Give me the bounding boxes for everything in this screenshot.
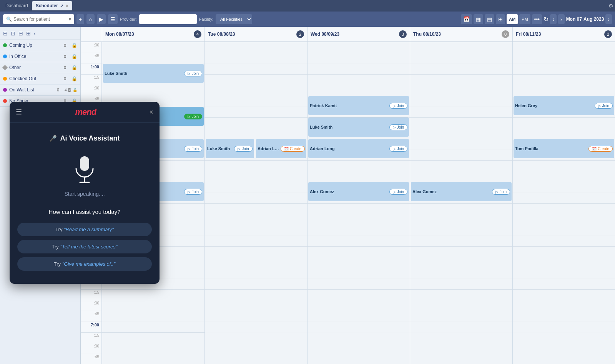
other-dot <box>2 65 8 70</box>
refresh-button[interactable]: ↻ <box>544 16 549 23</box>
ai-menu-button[interactable]: ☰ <box>16 108 22 116</box>
timeslot-27: :15 <box>81 333 101 343</box>
month-view-button[interactable]: ▤ <box>485 14 494 24</box>
search-input[interactable] <box>13 17 67 22</box>
create-button-tom-fri[interactable]: 📅 Create <box>588 146 613 152</box>
search-box[interactable]: 🔍 ▾ <box>3 14 74 24</box>
appt-luke-smith-mon[interactable]: Luke Smith ▷ Join <box>103 64 204 83</box>
ai-suggestion-summary[interactable]: Try "Read me a summary" <box>17 223 152 236</box>
appt-adrian-long-tue[interactable]: Adrian Long 📅 Create <box>256 139 306 158</box>
nav-forward-button[interactable]: › <box>605 14 612 24</box>
days-grid: Luke Smith ▷ Join Helen Grey ▷ Join <box>102 42 615 364</box>
join-button-luke-wed[interactable]: ▷ Join <box>389 124 407 130</box>
ai-hamburger-icon: ☰ <box>16 108 22 116</box>
ai-title-text: Ai Voice Assistant <box>60 134 120 142</box>
ai-title: 🎤 Ai Voice Assistant <box>49 134 120 142</box>
appt-luke-smith-wed[interactable]: Luke Smith ▷ Join <box>308 117 409 137</box>
video-button[interactable]: ▶ <box>97 14 106 24</box>
join-button-anon-mon-2[interactable]: ▷ Join <box>184 189 202 195</box>
timeslot-28: :30 <box>81 343 101 354</box>
timeslot-2: 1:00 <box>81 64 101 74</box>
filter-dropdown-icon[interactable]: ▾ <box>69 17 71 22</box>
join-icon: ▷ <box>393 125 396 129</box>
join-button-luke-tue[interactable]: ▷ Join <box>234 146 252 152</box>
join-button-helen-mon[interactable]: ▷ Join <box>184 114 202 119</box>
ai-close-button[interactable]: × <box>149 108 153 116</box>
join-icon: ▷ <box>598 104 601 108</box>
calendar-area: Mon 08/07/23 4 Tue 08/08/23 2 Wed 08/09/… <box>81 27 615 364</box>
other-count: 0 <box>64 65 69 70</box>
sidebar-item-on-wait-list[interactable]: On Wait List 0 4·🖼·🔒 <box>0 84 80 96</box>
appt-name: Adrian Long <box>258 146 281 151</box>
facility-label: Facility: <box>199 17 213 22</box>
home-button[interactable]: ⌂ <box>86 14 94 24</box>
no-show-dot <box>3 99 7 103</box>
add-button[interactable]: + <box>76 14 84 24</box>
sidebar-item-other[interactable]: Other 0 🔒 <box>0 62 80 73</box>
ai-suggestion-examples-text: "Give me examples of.." <box>62 261 116 267</box>
am-button[interactable]: AM <box>507 14 518 24</box>
day-name-thu: Thu 08/10/23 <box>413 31 441 37</box>
join-button-patrick-wed[interactable]: ▷ Join <box>389 103 407 109</box>
appt-patrick-kamit-wed[interactable]: Patrick Kamit ▷ Join <box>308 96 409 115</box>
wait-list-dot <box>3 88 7 92</box>
provider-input[interactable] <box>139 14 197 24</box>
join-icon: ▷ <box>393 104 396 108</box>
pm-button[interactable]: PM <box>519 14 530 24</box>
ai-header: ☰ mend × <box>10 102 160 123</box>
sidebar-item-checked-out[interactable]: Checked Out 0 🔒 <box>0 73 80 84</box>
join-button-adrian-wed[interactable]: ▷ Join <box>389 146 407 152</box>
sidebar-item-coming-up[interactable]: Coming Up 0 🔒 <box>0 40 80 51</box>
wait-list-label: On Wait List <box>9 87 55 93</box>
sidebar-expand-button[interactable]: ⊞ <box>25 30 32 37</box>
timeslot-23: :15 <box>81 290 101 300</box>
create-button-adrian-tue[interactable]: 📅 Create <box>281 146 305 152</box>
ai-close-icon: × <box>149 108 153 116</box>
sidebar-scan-button[interactable]: ⊡ <box>10 30 16 37</box>
sidebar-filter-button[interactable]: ⊟ <box>2 30 8 37</box>
ai-suggestion-scores[interactable]: Try "Tell me the latest scores" <box>17 240 152 253</box>
tab-dashboard[interactable]: Dashboard <box>2 1 32 10</box>
day-name-tue: Tue 08/08/23 <box>208 31 235 37</box>
ai-mic-container[interactable] <box>69 154 100 185</box>
list-button[interactable]: ☰ <box>108 14 118 24</box>
join-icon: ▷ <box>188 190 191 194</box>
join-icon: ▷ <box>393 190 396 194</box>
appt-name: Luke Smith <box>310 125 332 129</box>
grid-view-button[interactable]: ⊞ <box>496 14 505 24</box>
appt-luke-smith-tue[interactable]: Luke Smith ▷ Join <box>206 139 254 158</box>
appt-name: Alex Gomez <box>412 189 437 194</box>
settings-icon[interactable]: ⚙ <box>608 3 613 9</box>
more-options-button[interactable]: ••• <box>532 14 542 24</box>
checked-out-count: 0 <box>64 76 69 81</box>
join-button-luke-mon[interactable]: ▷ Join <box>184 71 202 76</box>
sidebar-collapse-button[interactable]: ‹ <box>33 30 37 37</box>
calendar-header: Mon 08/07/23 4 Tue 08/08/23 2 Wed 08/09/… <box>81 27 615 42</box>
appt-name: Patrick Kamit <box>310 103 337 108</box>
appt-alex-gomez-wed[interactable]: Alex Gomez ▷ Join <box>308 182 409 201</box>
day-col-wed: Patrick Kamit ▷ Join Luke Smith ▷ Join <box>307 42 410 364</box>
appt-tom-padilla-fri[interactable]: Tom Padilla 📅 Create <box>514 139 614 158</box>
facility-select[interactable]: All Facilities <box>216 14 252 24</box>
prev-nav-button[interactable]: ‹ <box>550 14 557 24</box>
join-button-anon-mon-1[interactable]: ▷ Join <box>184 146 202 152</box>
sidebar-minus-button[interactable]: ⊟ <box>18 30 24 37</box>
appt-helen-grey-fri[interactable]: Helen Grey ▷ Join <box>514 96 614 115</box>
sidebar-item-in-office[interactable]: In Office 0 🔒 <box>0 51 80 62</box>
ai-suggestion-examples[interactable]: Try "Give me examples of.." <box>17 257 152 271</box>
tab-close-icon[interactable]: ✕ <box>65 4 68 8</box>
tab-scheduler[interactable]: Scheduler ↗ ✕ <box>32 1 72 10</box>
coming-up-label: Coming Up <box>9 43 62 48</box>
appt-alex-gomez-thu[interactable]: Alex Gomez ▷ Join <box>411 182 512 201</box>
next-nav-button[interactable]: › <box>558 14 565 24</box>
join-button-helen-fri[interactable]: ▷ Join <box>595 103 613 109</box>
tab-scheduler-label: Scheduler <box>36 3 58 8</box>
calendar-view-button[interactable]: 📅 <box>461 14 472 24</box>
appt-adrian-long-wed[interactable]: Adrian Long ▷ Join <box>308 139 409 158</box>
toolbar-right: 📅 ▦ ▤ ⊞ AM PM ••• ↻ ‹ › Mon 07 Aug 2023 … <box>461 14 612 24</box>
week-view-button[interactable]: ▦ <box>474 14 483 24</box>
join-icon: ▷ <box>188 114 191 119</box>
checked-out-label: Checked Out <box>9 76 62 81</box>
join-button-alex-thu[interactable]: ▷ Join <box>492 189 510 195</box>
join-button-alex-wed[interactable]: ▷ Join <box>389 189 407 195</box>
